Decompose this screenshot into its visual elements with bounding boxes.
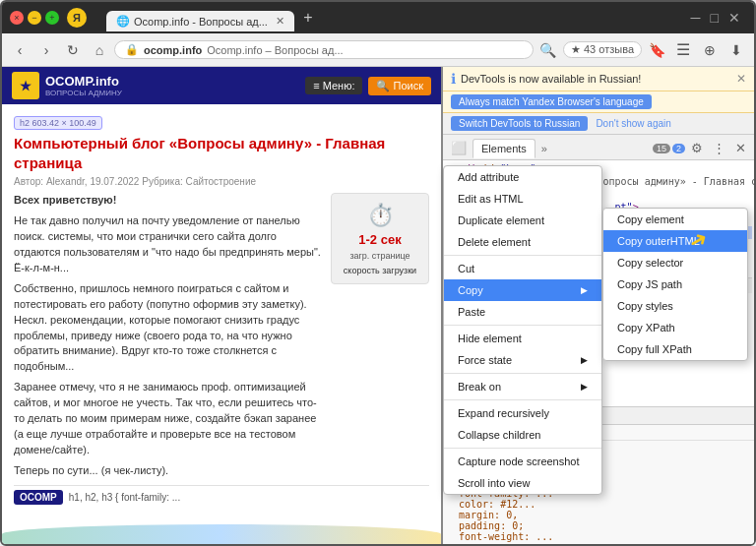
cm-sep4 — [444, 399, 601, 400]
address-bar[interactable]: 🔒 ocomp.info Ocomp.info – Вопросы ад... — [114, 40, 534, 59]
bottom-strip: OCOMP h1, h2, h3 { font-family: ... — [14, 485, 429, 505]
star-count-badge[interactable]: ★ 43 отзыва — [563, 41, 642, 58]
article-title: Компьютерный блог «Вопросы админу» - Гла… — [14, 134, 429, 172]
menu-label: ≡ Меню: — [313, 80, 354, 91]
search-label: 🔍 Поиск — [376, 80, 423, 91]
tab-close-btn[interactable]: ✕ — [276, 15, 284, 28]
cm-capture[interactable]: Capture node screenshot — [444, 451, 601, 472]
cm-paste[interactable]: Paste — [444, 301, 601, 323]
cm-collapse[interactable]: Collapse children — [444, 424, 601, 446]
cm-force-arrow: ▶ — [581, 355, 588, 365]
logo-text-block: OCOMP.info ВОПРОСЫ АДМИНУ — [45, 74, 122, 97]
tab-favicon: 🌐 — [116, 15, 130, 28]
active-tab[interactable]: 🌐 Ocomp.info - Вопросы ад... ✕ — [106, 11, 294, 31]
context-menu: Add attribute Edit as HTML Duplicate ele… — [443, 165, 602, 495]
window-controls: × − + — [10, 11, 59, 25]
refresh-button[interactable]: ↻ — [61, 38, 85, 62]
menu-button[interactable]: ≡ Меню: — [305, 77, 362, 94]
cm-edit-html[interactable]: Edit as HTML — [444, 188, 601, 210]
sm-copy-outerhtml[interactable]: Copy outerHTML — [603, 230, 747, 252]
browser-icon: Я — [67, 8, 87, 28]
sm-copy-xpath[interactable]: Copy XPath — [603, 317, 747, 338]
cm-break-arrow: ▶ — [581, 382, 588, 392]
tab-bar: 🌐 Ocomp.info - Вопросы ад... ✕ + — [98, 4, 683, 31]
para4: Заранее отмечу, что я не занимаюсь проф.… — [14, 380, 323, 458]
context-menu-overlay: Add attribute Edit as HTML Duplicate ele… — [443, 67, 754, 544]
cm-copy-label: Copy — [458, 284, 483, 296]
back-button[interactable]: ‹ — [8, 38, 32, 62]
bookmark-icon[interactable]: 🔖 — [645, 38, 668, 62]
main-area: ★ OCOMP.info ВОПРОСЫ АДМИНУ ≡ Меню: 🔍 По… — [2, 67, 754, 544]
cm-delete[interactable]: Delete element — [444, 231, 601, 253]
sm-copy-jspath[interactable]: Copy JS path — [603, 273, 747, 295]
copy-submenu: Copy element Copy outerHTML Copy selecto… — [602, 208, 748, 361]
search-button[interactable]: 🔍 Поиск — [368, 77, 431, 95]
menu-icon[interactable]: ☰ — [671, 38, 695, 62]
sm-copy-full-xpath[interactable]: Copy full XPath — [603, 338, 747, 360]
webpage-area: ★ OCOMP.info ВОПРОСЫ АДМИНУ ≡ Меню: 🔍 По… — [2, 67, 441, 544]
cm-sep1 — [444, 255, 601, 256]
download-icon[interactable]: ⬇ — [724, 38, 748, 62]
close-btn[interactable]: ✕ — [728, 10, 740, 26]
logo-icon: ★ — [12, 72, 39, 99]
home-button[interactable]: ⌂ — [88, 38, 111, 62]
para1: Всех приветствую! — [14, 193, 323, 209]
article-body: Всех приветствую! Не так давно получил н… — [14, 193, 429, 479]
sm-copy-selector[interactable]: Copy selector — [603, 252, 747, 273]
logo-name: OCOMP.info — [45, 74, 122, 89]
meta-text: Автор: Alexandr, 19.07.2022 Рубрика: Сай… — [14, 176, 256, 187]
lock-icon: 🔒 — [125, 43, 139, 56]
nav-bar: ‹ › ↻ ⌂ 🔒 ocomp.info Ocomp.info – Вопрос… — [2, 33, 754, 67]
article-area: h2 603.42 × 100.49 Компьютерный блог «Во… — [2, 104, 441, 513]
cm-duplicate[interactable]: Duplicate element — [444, 210, 601, 231]
site-header: ★ OCOMP.info ВОПРОСЫ АДМИНУ ≡ Меню: 🔍 По… — [2, 67, 441, 104]
para5: Теперь по сути... (я чек-листу). — [14, 463, 323, 479]
cm-add-attribute[interactable]: Add attribute — [444, 166, 601, 188]
minimize-control[interactable]: − — [28, 11, 41, 25]
site-logo: ★ OCOMP.info ВОПРОСЫ АДМИНУ — [12, 72, 122, 99]
title-bar: × − + Я 🌐 Ocomp.info - Вопросы ад... ✕ +… — [2, 2, 754, 33]
header-nav: ≡ Меню: 🔍 Поиск — [305, 77, 431, 95]
cm-cut[interactable]: Cut — [444, 258, 601, 279]
restore-btn[interactable]: □ — [711, 10, 719, 26]
cm-sep3 — [444, 373, 601, 374]
cm-break-label: Break on — [458, 381, 501, 393]
maximize-control[interactable]: + — [45, 11, 59, 25]
tip-box: ⏱️ 1-2 сек загр. странице скорость загру… — [331, 193, 429, 284]
minimize-btn[interactable]: ─ — [691, 10, 701, 26]
sm-copy-element[interactable]: Copy element — [603, 209, 747, 230]
cm-sep2 — [444, 325, 601, 326]
cm-scroll[interactable]: Scroll into view — [444, 472, 601, 494]
star-count-text: 43 отзыва — [584, 43, 634, 55]
para3: Собственно, пришлось немного поиграться … — [14, 281, 323, 376]
element-badge: h2 603.42 × 100.49 — [14, 116, 102, 130]
logo-sub: ВОПРОСЫ АДМИНУ — [45, 89, 122, 97]
tab-title: Ocomp.info - Вопросы ад... — [134, 16, 268, 28]
cm-break-on[interactable]: Break on ▶ — [444, 376, 601, 397]
close-control[interactable]: × — [10, 11, 24, 25]
cm-copy[interactable]: Copy ▶ — [444, 279, 601, 301]
extensions-icon[interactable]: ⊕ — [698, 38, 722, 62]
wave-decoration — [2, 524, 441, 544]
forward-button[interactable]: › — [34, 38, 58, 62]
star-icon: ★ — [571, 43, 581, 55]
search-icon[interactable]: 🔍 — [536, 38, 560, 62]
window-action-buttons: ─ □ ✕ — [691, 10, 746, 26]
tip-count: 1-2 сек — [338, 231, 422, 250]
article-meta: Автор: Alexandr, 19.07.2022 Рубрика: Сай… — [14, 176, 429, 187]
footer-text: h1, h2, h3 { font-family: ... — [69, 492, 180, 503]
devtools-panel: ℹ DevTools is now available in Russian! … — [441, 67, 754, 544]
new-tab-button[interactable]: + — [294, 4, 322, 31]
cm-force-label: Force state — [458, 354, 512, 366]
sm-copy-styles[interactable]: Copy styles — [603, 295, 747, 317]
address-path: Ocomp.info – Вопросы ад... — [207, 44, 343, 56]
tip-timer-icon: ⏱️ — [338, 200, 422, 231]
cm-sep5 — [444, 448, 601, 449]
address-domain: ocomp.info — [144, 44, 202, 56]
para2: Не так давно получил на почту уведомлени… — [14, 213, 323, 276]
cm-expand[interactable]: Expand recursively — [444, 402, 601, 424]
cm-hide-element[interactable]: Hide element — [444, 328, 601, 349]
browser-window: × − + Я 🌐 Ocomp.info - Вопросы ад... ✕ +… — [0, 0, 756, 546]
cm-copy-arrow: ▶ — [581, 285, 588, 295]
cm-force-state[interactable]: Force state ▶ — [444, 349, 601, 371]
